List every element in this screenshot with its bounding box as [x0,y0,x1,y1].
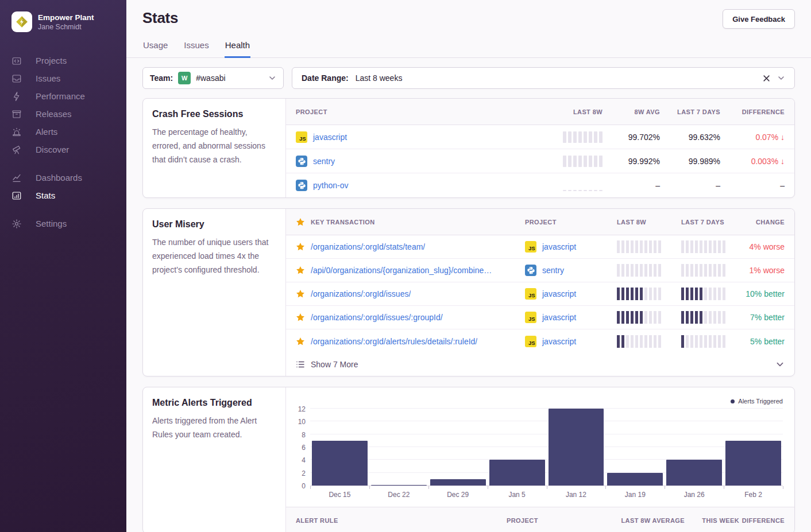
project-link[interactable]: sentry [313,157,335,166]
mini-bar [695,288,698,300]
sparkline-bar [563,156,566,167]
star-icon [296,242,305,251]
gridline [310,434,783,434]
mini-bar [635,311,638,324]
mini-bar [690,240,693,253]
sidebar-item-dashboards[interactable]: Dashboards [11,169,126,187]
org-switcher[interactable]: Empower Plant Jane Schmidt [11,11,126,32]
mini-bar [658,335,661,348]
mini-bar [718,311,721,324]
transaction-link[interactable]: /api/0/organizations/{organization_slug}… [311,266,492,275]
team-avatar: W [178,72,191,84]
transaction-link[interactable]: /organizations/:orgId/issues/ [311,289,411,298]
mini-bar [681,288,684,300]
project-link[interactable]: javascript [542,289,576,298]
page-title: Stats [142,9,178,27]
mini-bar [713,288,716,300]
sidebar-item-performance[interactable]: Performance [11,87,126,105]
chart-bar [312,441,368,486]
mini-bar [635,264,638,277]
sparkline-cell [542,180,603,191]
user-misery-panel: User Misery The number of unique users t… [142,208,795,376]
mini-bar [713,335,716,348]
sparkline-bar [594,156,597,167]
sparkline-bar [589,156,592,167]
y-tick-label: 4 [302,456,306,464]
axis-tick [369,486,370,489]
issues-icon [11,73,24,84]
table-row: python-ov––– [286,173,794,197]
mini-bar [709,311,712,324]
axis-tick [783,486,783,489]
panel-title: Crash Free Sessions [152,109,276,119]
tab-health[interactable]: Health [225,36,250,58]
give-feedback-button[interactable]: Give Feedback [723,9,795,29]
show-more-button[interactable]: Show 7 More [286,353,794,376]
org-meta: Empower Plant Jane Schmidt [38,13,94,32]
mini-bar [690,288,693,300]
mini-bar [695,264,698,277]
mini-bar [681,311,684,324]
mini-bar [686,335,689,348]
sparkline-bar [589,131,592,143]
project-link[interactable]: python-ov [313,181,348,190]
project-link[interactable]: sentry [542,266,564,275]
sidebar-item-projects[interactable]: Projects [11,52,126,69]
sidebar-item-alerts[interactable]: Alerts [11,123,126,141]
mini-bar [686,240,689,253]
key-transaction-cell: /organizations/:orgId/issues/:groupId/ [296,313,525,322]
mini-bar [654,240,656,253]
chart-bar [607,473,663,486]
project-link[interactable]: javascript [542,242,576,251]
column-header: PROJECT [507,517,610,524]
project-link[interactable]: javascript [313,133,347,142]
sidebar-item-stats[interactable]: Stats [11,187,126,204]
date-range-filter[interactable]: Date Range: Last 8 weeks [292,67,795,89]
tab-issues[interactable]: Issues [183,36,209,58]
clear-icon[interactable] [763,75,770,82]
transaction-link[interactable]: /organizations/:orgId/issues/:groupId/ [311,313,443,322]
panel-title: User Misery [152,219,276,230]
sparkline [563,180,603,191]
table-body: /organizations/:orgId/stats/team/JSjavas… [286,235,794,353]
sidebar-item-issues[interactable]: Issues [11,69,126,87]
chart-bar [430,479,486,486]
mini-bar [681,240,684,253]
mini-bar [709,335,712,348]
mini-bar [644,311,647,324]
x-tick-label: Dec 15 [310,491,369,499]
crash-free-sessions-panel: Crash Free Sessions The percentage of he… [142,98,795,198]
mini-bar [658,311,661,324]
user-name: Jane Schmidt [38,22,94,32]
mini-bar [713,264,716,277]
x-tick-label: Jan 5 [488,491,547,499]
mini-bar [704,288,707,300]
sidebar-item-settings[interactable]: Settings [11,215,126,232]
y-tick-label: 6 [302,444,306,452]
python-platform-icon [525,265,536,276]
gridline [310,446,783,447]
sidebar-item-discover[interactable]: Discover [11,141,126,158]
mini-bar [631,311,634,324]
y-tick-label: 10 [298,418,306,426]
user-misery-description: User Misery The number of unique users t… [143,209,286,376]
tab-usage[interactable]: Usage [142,36,168,58]
team-filter[interactable]: Team: W #wasabi [142,67,284,89]
transaction-link[interactable]: /organizations/:orgId/alerts/rules/detai… [311,337,477,346]
last-7-days-cell [681,240,746,253]
mini-bar [695,311,698,324]
mini-bar [631,240,634,253]
sparkline-bar [599,190,603,191]
project-link[interactable]: javascript [542,337,576,346]
transaction-link[interactable]: /organizations/:orgId/stats/team/ [311,242,425,251]
mini-bar [649,264,652,277]
mini-bar [700,335,702,348]
sidebar-item-releases[interactable]: Releases [11,105,126,123]
last-8w-cell [617,335,681,348]
chart-bar [489,460,545,486]
mini-bar [654,311,656,324]
mini-bar-chart [617,240,681,253]
project-link[interactable]: javascript [542,313,576,322]
chart-plot-area [310,409,783,486]
last-7-days-cell: – [660,181,720,190]
